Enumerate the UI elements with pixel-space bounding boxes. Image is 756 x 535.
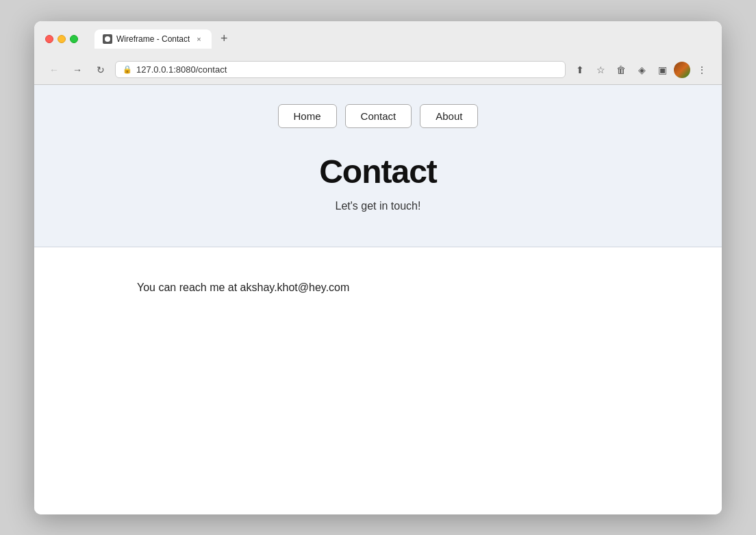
back-icon: ← [49, 64, 59, 75]
more-icon: ⋮ [697, 64, 707, 75]
extensions-button[interactable]: ◈ [633, 61, 651, 79]
page-content: Home Contact About Contact Let's get in … [34, 85, 722, 514]
page-subtitle: Let's get in touch! [336, 200, 421, 212]
reload-icon: ↻ [97, 64, 105, 75]
hero-section: Home Contact About Contact Let's get in … [34, 85, 722, 247]
avatar[interactable] [674, 62, 690, 78]
body-section: You can reach me at akshay.khot@hey.com [34, 247, 722, 514]
forward-icon: → [73, 64, 82, 75]
new-tab-button[interactable]: + [214, 29, 234, 49]
close-window-button[interactable] [45, 35, 53, 43]
nav-home-button[interactable]: Home [278, 104, 337, 128]
forward-button[interactable]: → [68, 61, 86, 79]
contact-text: You can reach me at akshay.khot@hey.com [137, 282, 701, 294]
trash-icon: 🗑 [616, 64, 626, 75]
url-text: 127.0.0.1:8080/contact [136, 64, 227, 75]
sidebar-icon: ▣ [658, 64, 667, 75]
address-bar: ← → ↻ 🔒 127.0.0.1:8080/contact ⬆ ☆ 🗑 ◈ [34, 55, 722, 85]
toolbar-right: ⬆ ☆ 🗑 ◈ ▣ ⋮ [571, 61, 711, 79]
extensions-icon: ◈ [638, 64, 646, 75]
title-bar: Wireframe - Contact × + [34, 21, 722, 55]
tab-bar: Wireframe - Contact × + [94, 29, 234, 49]
nav-links: Home Contact About [278, 104, 479, 128]
sidebar-button[interactable]: ▣ [653, 61, 671, 79]
nav-about-button[interactable]: About [420, 104, 478, 128]
reload-button[interactable]: ↻ [92, 61, 110, 79]
browser-window: Wireframe - Contact × + ← → ↻ 🔒 127.0.0.… [34, 21, 722, 514]
tab-close-button[interactable]: × [194, 34, 203, 44]
bookmark-button[interactable]: ☆ [592, 61, 609, 79]
tab-title: Wireframe - Contact [116, 34, 190, 44]
back-button[interactable]: ← [45, 61, 63, 79]
minimize-window-button[interactable] [58, 35, 66, 43]
lock-icon: 🔒 [123, 65, 132, 74]
active-tab[interactable]: Wireframe - Contact × [94, 29, 212, 49]
url-bar[interactable]: 🔒 127.0.0.1:8080/contact [115, 61, 566, 78]
nav-contact-button[interactable]: Contact [345, 104, 412, 128]
bookmark-icon: ☆ [596, 64, 605, 75]
maximize-window-button[interactable] [70, 35, 78, 43]
share-button[interactable]: ⬆ [571, 61, 589, 79]
page-title: Contact [319, 153, 437, 190]
traffic-lights [45, 35, 78, 43]
trash-button[interactable]: 🗑 [612, 61, 630, 79]
share-icon: ⬆ [576, 64, 584, 75]
more-button[interactable]: ⋮ [693, 61, 711, 79]
tab-favicon-icon [103, 34, 112, 44]
title-bar-top: Wireframe - Contact × + [45, 29, 711, 49]
